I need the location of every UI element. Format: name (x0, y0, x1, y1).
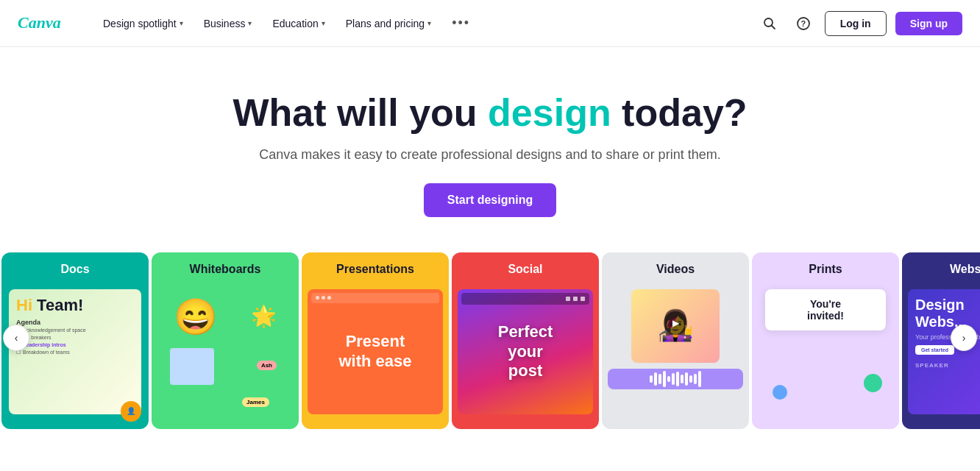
hero-section: What will you design today? Canva makes … (0, 47, 980, 247)
canva-logo[interactable]: Canva (18, 12, 71, 35)
prints-card-preview: You'reinvited! (758, 289, 893, 414)
websites-card-preview: DesignWebs... Your professional website … (908, 289, 980, 414)
social-bg: Perfectyourpost (458, 289, 593, 414)
svg-text:?: ? (800, 19, 806, 28)
chevron-down-icon: ▾ (322, 19, 325, 27)
social-card-label: Social (452, 263, 599, 276)
prints-blob4 (773, 385, 787, 400)
nav-item-education[interactable]: Education ▾ (263, 12, 333, 35)
carousel-prev-button[interactable]: ‹ (3, 325, 29, 351)
websites-cta: Get started (915, 345, 954, 355)
pres-main-text: Presentwith ease (338, 332, 411, 371)
start-designing-button[interactable]: Start designing (424, 183, 556, 217)
help-icon: ? (797, 17, 810, 30)
signup-button[interactable]: Sign up (895, 12, 962, 35)
social-text: Perfectyourpost (498, 322, 553, 380)
videos-card[interactable]: Videos 👩‍🎤 ▶ (602, 252, 749, 429)
nav-more-button[interactable]: ••• (443, 10, 479, 37)
websites-speaker-label: SPEAKER (915, 362, 980, 369)
chevron-down-icon: ▾ (427, 19, 431, 27)
prints-card-text: You'reinvited! (774, 298, 877, 322)
pres-toolbar (311, 293, 439, 303)
docs-agenda: Agenda Acknowledgement of space Ice brea… (16, 319, 134, 355)
social-card[interactable]: Social Perfectyourpost (452, 252, 599, 429)
carousel-next-button[interactable]: › (951, 325, 977, 351)
docs-card-label: Docs (1, 263, 149, 276)
nav-right-actions: ? Log in Sign up (757, 11, 962, 36)
websites-card-label: Websites (902, 263, 980, 276)
docs-preview-heading: Hi Team! (16, 297, 134, 314)
wb-chip-ash: Ash (257, 361, 277, 370)
prints-card[interactable]: Prints You'reinvited! (752, 252, 899, 429)
login-button[interactable]: Log in (825, 11, 887, 36)
help-button[interactable]: ? (791, 11, 816, 36)
prints-card-label: Prints (752, 263, 899, 276)
category-cards-section: ‹ Docs Hi Team! Agenda Acknowledgement o… (0, 247, 980, 429)
videos-card-label: Videos (602, 263, 749, 276)
svg-line-2 (771, 25, 775, 29)
docs-avatar: 👤 (121, 401, 141, 414)
whiteboards-card[interactable]: Whiteboards 😄 🌟 Ash James (152, 252, 299, 429)
nav-item-plans-pricing[interactable]: Plans and pricing ▾ (337, 12, 440, 35)
nav-item-business[interactable]: Business ▾ (195, 12, 261, 35)
search-button[interactable] (757, 11, 782, 36)
hero-heading: What will you design today? (15, 91, 965, 135)
social-phone-bar (461, 293, 589, 305)
waveform-bar (608, 369, 743, 389)
presentations-card[interactable]: Presentations Presentwith ease (302, 252, 449, 429)
docs-card-preview: Hi Team! Agenda Acknowledgement of space… (9, 289, 141, 414)
social-card-preview: Perfectyourpost (458, 289, 593, 414)
hero-subheading: Canva makes it easy to create profession… (15, 147, 965, 163)
svg-text:Canva: Canva (18, 13, 61, 32)
prints-invitation-card: You'reinvited! (765, 289, 886, 330)
whiteboards-rect (170, 348, 214, 385)
presentations-card-preview: Presentwith ease (308, 289, 443, 414)
videos-card-preview: 👩‍🎤 ▶ (608, 289, 743, 414)
play-icon: ▶ (664, 311, 687, 335)
nav-item-design-spotlight[interactable]: Design spotlight ▾ (94, 12, 192, 35)
chevron-down-icon: ▾ (248, 19, 252, 27)
nav-links: Design spotlight ▾ Business ▾ Education … (94, 10, 757, 37)
websites-heading: DesignWebs... (915, 297, 980, 330)
search-icon (763, 17, 776, 30)
presentations-card-label: Presentations (302, 263, 449, 276)
navigation: Canva Design spotlight ▾ Business ▾ Educ… (0, 0, 980, 47)
whiteboards-emoji: 😄 (174, 297, 218, 338)
whiteboards-emoji2: 🌟 (251, 304, 277, 328)
category-cards-row: Docs Hi Team! Agenda Acknowledgement of … (0, 252, 980, 429)
prints-blob3 (864, 374, 882, 392)
wb-chip-james: James (242, 397, 269, 407)
whiteboards-card-label: Whiteboards (152, 263, 299, 276)
whiteboards-card-preview: 😄 🌟 Ash James (159, 289, 291, 414)
chevron-down-icon: ▾ (180, 19, 183, 27)
